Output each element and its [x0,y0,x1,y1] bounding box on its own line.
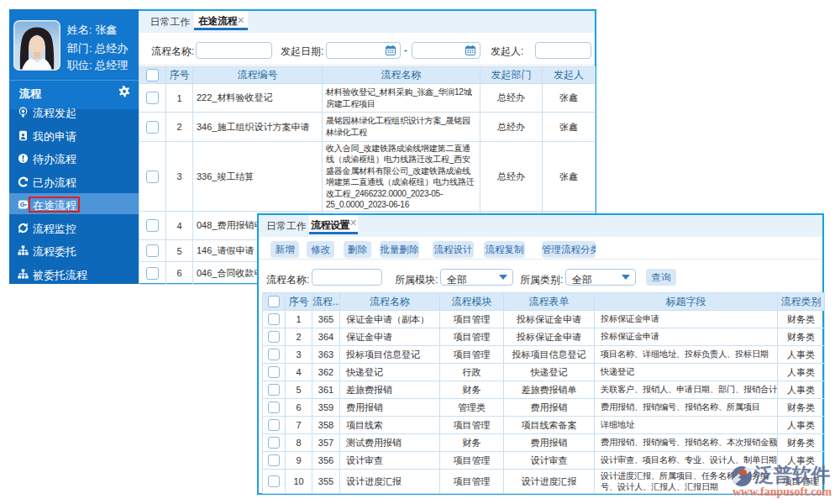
svg-text:G: G [20,201,25,208]
